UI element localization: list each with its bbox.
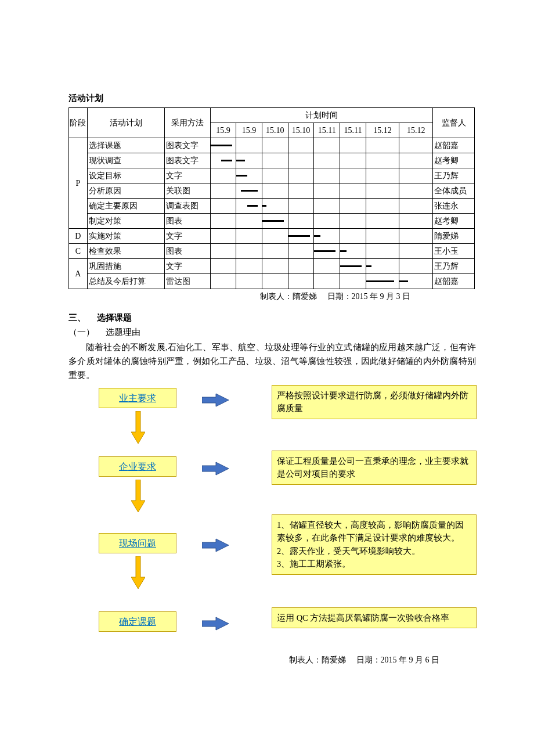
arrow-down-icon xyxy=(131,480,145,512)
supervisor-cell: 赵考卿 xyxy=(433,214,475,229)
activity-cell: 分析原因 xyxy=(87,183,164,199)
time-cell xyxy=(399,274,433,289)
activity-cell: 设定目标 xyxy=(87,168,164,183)
supervisor-cell: 王乃辉 xyxy=(433,168,475,183)
svg-marker-4 xyxy=(202,539,229,552)
method-cell: 图表 xyxy=(164,244,210,259)
flow-box: 企业要求 xyxy=(99,456,176,477)
time-cell xyxy=(210,183,236,199)
th-time-col: 15.9 xyxy=(236,123,262,138)
arrow-down-icon xyxy=(131,556,145,589)
flow-diagram: 业主要求严格按照设计要求进行防腐，必须做好储罐内外防腐质量企业要求保证工程质量是… xyxy=(68,388,476,655)
method-cell: 图表文字 xyxy=(164,138,210,153)
time-cell xyxy=(340,138,366,153)
th-time-col: 15.12 xyxy=(399,123,433,138)
gantt-bar xyxy=(241,190,258,192)
time-cell xyxy=(314,274,340,289)
gantt-bar xyxy=(314,235,320,237)
gantt-bar xyxy=(340,265,362,267)
activity-cell: 现状调查 xyxy=(87,153,164,168)
table-row: 总结及今后打算雷达图赵韶嘉 xyxy=(69,274,475,289)
time-cell xyxy=(236,259,262,274)
table-row: 分析原因关联图全体成员 xyxy=(69,183,475,199)
table-row: D实施对策文字隋爱娣 xyxy=(69,229,475,244)
supervisor-cell: 张连永 xyxy=(433,199,475,214)
flow-arrow-down xyxy=(131,480,145,514)
flow-desc-box: 严格按照设计要求进行防腐，必须做好储罐内外防腐质量 xyxy=(272,385,477,419)
activity-cell: 检查效果 xyxy=(87,244,164,259)
gantt-bar xyxy=(340,250,347,252)
phase-cell: A xyxy=(69,259,88,289)
time-cell xyxy=(262,229,288,244)
gantt-bar xyxy=(236,175,247,177)
activity-cell: 确定主要原因 xyxy=(87,199,164,214)
time-cell xyxy=(288,153,314,168)
method-cell: 文字 xyxy=(164,168,210,183)
time-cell xyxy=(366,153,399,168)
supervisor-cell: 王乃辉 xyxy=(433,259,475,274)
time-cell xyxy=(366,259,399,274)
time-cell xyxy=(288,168,314,183)
gantt-bar xyxy=(236,160,245,161)
flow-credit: 制表人：隋爱娣 日期：2015 年 9 月 6 日 xyxy=(68,655,476,665)
time-cell xyxy=(262,244,288,259)
arrow-right-icon xyxy=(202,461,229,476)
gantt-bar xyxy=(366,280,394,282)
time-cell xyxy=(366,168,399,183)
time-cell xyxy=(210,138,236,153)
th-time: 计划时间 xyxy=(210,108,433,123)
time-cell xyxy=(340,259,366,274)
svg-marker-3 xyxy=(131,480,145,512)
time-cell xyxy=(210,244,236,259)
time-cell xyxy=(340,274,366,289)
table-row: 设定目标文字王乃辉 xyxy=(69,168,475,183)
time-cell xyxy=(399,183,433,199)
th-phase: 阶段 xyxy=(69,108,88,138)
time-cell xyxy=(399,244,433,259)
time-cell xyxy=(210,199,236,214)
flow-arrow-down xyxy=(131,411,145,446)
time-cell xyxy=(340,229,366,244)
th-time-col: 15.12 xyxy=(366,123,399,138)
time-cell xyxy=(236,244,262,259)
activity-cell: 巩固措施 xyxy=(87,259,164,274)
arrow-right-icon xyxy=(202,393,229,408)
time-cell xyxy=(399,214,433,229)
time-cell xyxy=(399,199,433,214)
time-cell xyxy=(340,244,366,259)
time-cell xyxy=(262,259,288,274)
gantt-bar xyxy=(366,265,372,267)
schedule-table: 阶段 活动计划 采用方法 计划时间 监督人 15.915.915.1015.10… xyxy=(68,107,475,289)
flow-desc-box: 运用 QC 方法提高厌氧罐防腐一次验收合格率 xyxy=(272,607,477,628)
activity-cell: 总结及今后打算 xyxy=(87,274,164,289)
time-cell xyxy=(399,153,433,168)
svg-marker-0 xyxy=(202,394,229,406)
th-plan: 活动计划 xyxy=(87,108,164,138)
time-cell xyxy=(288,259,314,274)
time-cell xyxy=(210,214,236,229)
time-cell xyxy=(236,214,262,229)
flow-box: 确定课题 xyxy=(99,611,176,632)
time-cell xyxy=(340,199,366,214)
phase-cell: C xyxy=(69,244,88,259)
time-cell xyxy=(288,183,314,199)
time-cell xyxy=(210,168,236,183)
table-row: P选择课题图表文字赵韶嘉 xyxy=(69,138,475,153)
time-cell xyxy=(366,199,399,214)
time-cell xyxy=(210,259,236,274)
time-cell xyxy=(314,229,340,244)
method-cell: 雷达图 xyxy=(164,274,210,289)
svg-marker-1 xyxy=(131,411,145,444)
time-cell xyxy=(399,259,433,274)
flow-arrow-right xyxy=(202,616,229,633)
arrow-right-icon xyxy=(202,538,229,553)
gantt-bar xyxy=(262,205,266,207)
flow-box: 业主要求 xyxy=(99,388,176,408)
time-cell xyxy=(288,138,314,153)
gantt-bar xyxy=(399,280,407,282)
supervisor-cell: 全体成员 xyxy=(433,183,475,199)
flow-desc-box: 保证工程质量是公司一直秉承的理念，业主要求就是公司对项目的要求 xyxy=(272,451,477,485)
time-cell xyxy=(288,244,314,259)
time-cell xyxy=(366,183,399,199)
th-time-col: 15.10 xyxy=(262,123,288,138)
